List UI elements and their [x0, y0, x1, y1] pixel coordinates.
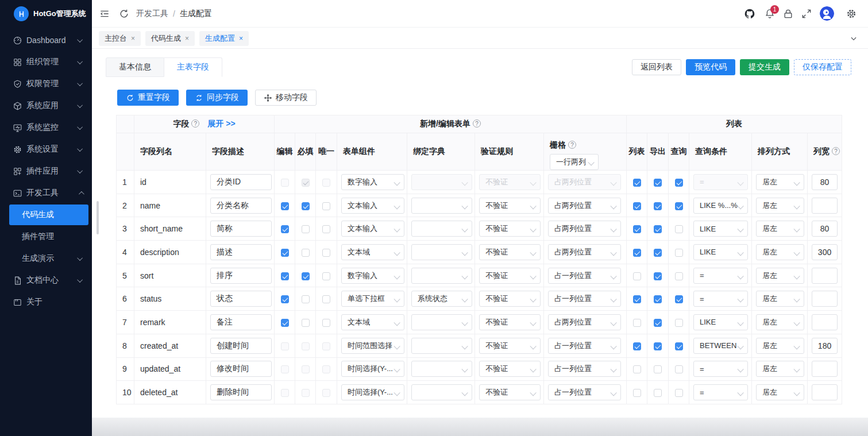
avatar[interactable]: [820, 6, 834, 21]
field-desc-input[interactable]: 状态: [210, 291, 272, 307]
validation-rule-select[interactable]: 不验证: [479, 291, 541, 307]
export-checkbox[interactable]: [654, 389, 662, 397]
list-checkbox[interactable]: [633, 179, 641, 187]
app-logo[interactable]: HotGo管理系统: [0, 0, 92, 28]
required-checkbox[interactable]: [302, 319, 310, 327]
unique-checkbox[interactable]: [322, 365, 330, 373]
close-icon[interactable]: ×: [239, 34, 243, 43]
close-icon[interactable]: ×: [185, 34, 189, 43]
validation-rule-select[interactable]: 不验证: [479, 314, 541, 330]
edit-checkbox[interactable]: [281, 272, 289, 280]
list-checkbox[interactable]: [633, 319, 641, 327]
nav-tab[interactable]: 生成配置 ×: [199, 31, 249, 46]
list-checkbox[interactable]: [633, 295, 641, 303]
required-checkbox[interactable]: [302, 389, 310, 397]
list-checkbox[interactable]: [633, 389, 641, 397]
validation-rule-select[interactable]: 不验证: [479, 384, 541, 400]
page-tab[interactable]: 主表字段: [164, 57, 222, 77]
unique-checkbox[interactable]: [322, 389, 330, 397]
sidebar-item[interactable]: 插件管理: [0, 226, 92, 248]
dict-select[interactable]: 系统状态: [411, 291, 472, 307]
form-widget-select[interactable]: 单选下拉框: [341, 291, 404, 307]
dict-select[interactable]: [411, 268, 472, 284]
grid-layout-select[interactable]: 一行两列: [550, 154, 599, 170]
required-checkbox[interactable]: [302, 365, 310, 373]
validation-rule-select[interactable]: 不验证: [479, 244, 541, 260]
grid-span-select[interactable]: 占一列位置: [548, 361, 621, 377]
query-condition-select[interactable]: =: [693, 291, 748, 307]
edit-checkbox[interactable]: [281, 365, 289, 373]
query-condition-select[interactable]: =: [693, 384, 748, 400]
column-width-input[interactable]: 80: [812, 174, 838, 190]
validation-rule-select[interactable]: 不验证: [479, 174, 541, 190]
export-checkbox[interactable]: [654, 249, 662, 257]
sidebar-item[interactable]: 生成演示: [0, 248, 92, 269]
sidebar-item[interactable]: 关于: [0, 291, 92, 313]
edit-checkbox[interactable]: [281, 249, 289, 257]
required-checkbox[interactable]: [302, 249, 310, 257]
align-select[interactable]: 居左: [756, 244, 804, 260]
export-checkbox[interactable]: [654, 365, 662, 373]
github-icon[interactable]: [744, 8, 755, 20]
list-checkbox[interactable]: [633, 202, 641, 210]
field-desc-input[interactable]: 删除时间: [210, 384, 272, 400]
required-checkbox[interactable]: [302, 225, 310, 233]
align-select[interactable]: 居左: [756, 221, 804, 237]
field-desc-input[interactable]: 分类名称: [210, 198, 272, 214]
column-width-input[interactable]: 300: [812, 244, 838, 260]
form-widget-select[interactable]: 数字输入: [341, 268, 404, 284]
sidebar-item[interactable]: 插件应用: [0, 160, 92, 182]
dict-select[interactable]: [411, 198, 472, 214]
sidebar-item[interactable]: 权限管理: [0, 73, 92, 95]
edit-checkbox[interactable]: [281, 295, 289, 303]
query-checkbox[interactable]: [675, 272, 683, 280]
page-tab[interactable]: 基本信息: [106, 57, 164, 77]
required-checkbox[interactable]: [302, 179, 310, 187]
help-icon[interactable]: ?: [568, 141, 576, 149]
export-checkbox[interactable]: [654, 179, 662, 187]
field-desc-input[interactable]: 备注: [210, 314, 272, 330]
align-select[interactable]: 居左: [756, 314, 804, 330]
query-checkbox[interactable]: [675, 319, 683, 327]
unique-checkbox[interactable]: [322, 295, 330, 303]
close-icon[interactable]: ×: [131, 34, 135, 43]
validation-rule-select[interactable]: 不验证: [479, 361, 541, 377]
query-checkbox[interactable]: [675, 179, 683, 187]
align-select[interactable]: 居左: [756, 361, 804, 377]
column-width-input[interactable]: 80: [812, 221, 838, 237]
dict-select[interactable]: [411, 384, 472, 400]
unique-checkbox[interactable]: [322, 225, 330, 233]
header-button[interactable]: 仅保存配置: [794, 59, 851, 75]
dict-select[interactable]: [411, 361, 472, 377]
export-checkbox[interactable]: [654, 202, 662, 210]
query-condition-select[interactable]: BETWEEN: [693, 338, 748, 354]
edit-checkbox[interactable]: [281, 319, 289, 327]
query-checkbox[interactable]: [675, 389, 683, 397]
required-checkbox[interactable]: [302, 295, 310, 303]
align-select[interactable]: 居左: [756, 174, 804, 190]
form-widget-select[interactable]: 数字输入: [341, 174, 404, 190]
field-desc-input[interactable]: 描述: [210, 244, 272, 260]
align-select[interactable]: 居左: [756, 291, 804, 307]
required-checkbox[interactable]: [302, 202, 310, 210]
dict-select[interactable]: [411, 314, 472, 330]
required-checkbox[interactable]: [302, 272, 310, 280]
dict-select[interactable]: [411, 338, 472, 354]
grid-span-select[interactable]: 占一列位置: [548, 291, 621, 307]
list-checkbox[interactable]: [633, 342, 641, 350]
list-checkbox[interactable]: [633, 272, 641, 280]
validation-rule-select[interactable]: 不验证: [479, 221, 541, 237]
grid-span-select[interactable]: 占两列位置: [548, 221, 621, 237]
form-widget-select[interactable]: 时间选择(Y-...: [341, 384, 404, 400]
query-condition-select[interactable]: LIKE %...%: [693, 198, 748, 214]
dict-select[interactable]: [411, 221, 472, 237]
validation-rule-select[interactable]: 不验证: [479, 338, 541, 354]
grid-span-select[interactable]: 占两列位置: [548, 244, 621, 260]
nav-tab[interactable]: 主控台 ×: [99, 31, 141, 46]
form-widget-select[interactable]: 时间选择(Y-...: [341, 361, 404, 377]
grid-span-select[interactable]: 占两列位置: [548, 174, 621, 190]
export-checkbox[interactable]: [654, 342, 662, 350]
sidebar-item[interactable]: 组织管理: [0, 51, 92, 73]
expand-link[interactable]: 展开 >>: [207, 119, 235, 128]
dict-select[interactable]: [411, 244, 472, 260]
